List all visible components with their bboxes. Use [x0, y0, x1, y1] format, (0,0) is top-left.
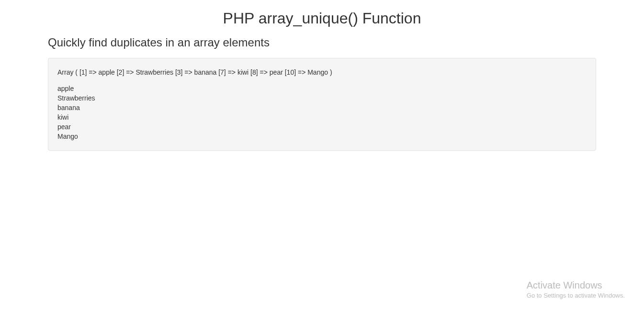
list-item: apple: [57, 84, 587, 93]
list-item: Strawberries: [57, 93, 587, 103]
list-item: Mango: [57, 132, 587, 141]
page-title: PHP array_unique() Function: [48, 10, 596, 27]
page-subtitle: Quickly find duplicates in an array elem…: [48, 36, 596, 49]
list-item: pear: [57, 122, 587, 132]
unique-items-list: apple Strawberries banana kiwi pear Mang…: [57, 84, 587, 141]
watermark-title: Activate Windows: [527, 280, 625, 291]
output-well: Array ( [1] => apple [2] => Strawberries…: [48, 58, 596, 151]
array-dump: Array ( [1] => apple [2] => Strawberries…: [57, 67, 587, 77]
main-container: PHP array_unique() Function Quickly find…: [0, 10, 644, 151]
list-item: banana: [57, 103, 587, 112]
windows-watermark: Activate Windows Go to Settings to activ…: [527, 280, 625, 299]
list-item: kiwi: [57, 112, 587, 122]
watermark-subtitle: Go to Settings to activate Windows.: [527, 292, 625, 299]
